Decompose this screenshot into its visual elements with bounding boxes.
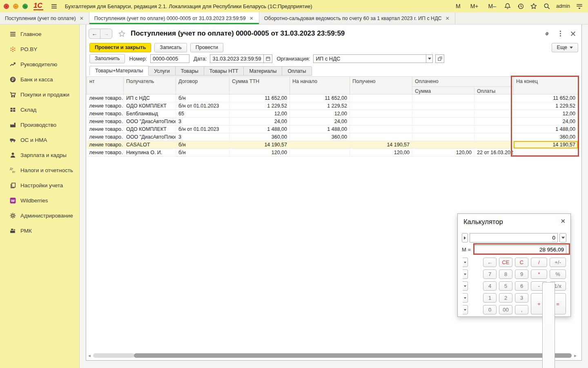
table-cell[interactable]: 14 190,57	[350, 141, 412, 149]
table-row[interactable]: ление товаро…ОДО КОМПЛЕКТб/н от 01.01.20…	[87, 102, 578, 110]
table-cell[interactable]: 360,00	[514, 133, 578, 141]
get-link-icon[interactable]	[543, 30, 550, 37]
table-cell[interactable]: б/н от 01.01.2023	[176, 102, 229, 110]
table-cell[interactable]: 1 229,52	[290, 102, 350, 110]
table-cell[interactable]: 1 488,00	[514, 126, 578, 133]
table-cell[interactable]: 3	[176, 118, 229, 126]
main-menu-icon[interactable]	[51, 3, 58, 10]
calc-key-CE[interactable]: CE	[499, 258, 512, 267]
memory-m-button[interactable]: M	[454, 3, 463, 9]
window-close-icon[interactable]: ×	[4, 4, 9, 9]
table-cell[interactable]: ление товаро…	[87, 133, 124, 141]
table-cell[interactable]: 22 от 16.03.2023;	[474, 149, 514, 157]
doc-tab-4[interactable]: Материалы	[244, 66, 282, 76]
column-header-start[interactable]: На начало	[290, 77, 350, 94]
column-header-end[interactable]: На конец	[514, 77, 578, 94]
tab-close-icon[interactable]: ✕	[445, 16, 450, 21]
table-cell[interactable]	[474, 94, 514, 102]
calc-key-4[interactable]: 4	[483, 281, 497, 291]
number-field[interactable]	[150, 54, 189, 63]
back-button[interactable]: ←	[89, 29, 100, 38]
table-cell[interactable]: ление товаро…	[87, 110, 124, 118]
scrollbar-thumb[interactable]	[134, 353, 572, 358]
calculator-menu-icon[interactable]	[462, 233, 468, 242]
calc-key-dropdown-icon[interactable]	[463, 281, 468, 291]
table-cell[interactable]: 1 488,00	[229, 126, 290, 133]
sidebar-item-рмк[interactable]: РМК	[0, 223, 79, 238]
table-cell[interactable]: ОДО КОМПЛЕКТ	[124, 126, 176, 133]
table-row[interactable]: ление товаро…Никулина О. И.б/н120,00120,…	[87, 149, 578, 157]
date-field[interactable]	[210, 54, 263, 63]
service-menu-icon[interactable]	[576, 2, 583, 10]
calculator-history-dropdown-icon[interactable]	[559, 233, 566, 242]
calc-key-6[interactable]: 6	[515, 281, 528, 291]
table-cell[interactable]: 12,00	[514, 110, 578, 118]
sidebar-item-ос-и-нма[interactable]: ОС и НМА	[0, 132, 79, 148]
column-header-paid-docs[interactable]: Оплаты	[474, 87, 514, 94]
memory-m-minus-button[interactable]: M–	[486, 3, 498, 9]
horizontal-scrollbar[interactable]: ◄ ►	[87, 353, 577, 358]
window-tab-1[interactable]: Поступления (учет по оплате) 0000-0005 о…	[89, 12, 259, 24]
table-cell[interactable]	[474, 110, 514, 118]
doc-tab-5[interactable]: Оплаты	[282, 66, 312, 76]
tab-close-icon[interactable]: ✕	[80, 16, 84, 21]
add-to-favorites-star-icon[interactable]	[118, 30, 126, 38]
table-cell[interactable]: 3	[176, 133, 229, 141]
window-tab-2[interactable]: Оборотно-сальдовая ведомость по счету 60…	[259, 12, 455, 24]
more-actions-dots-icon[interactable]	[559, 30, 561, 37]
column-header-received[interactable]: Получено	[350, 77, 412, 94]
table-cell[interactable]: Никулина О. И.	[124, 149, 176, 157]
table-cell[interactable]: Белбланквыд	[124, 110, 176, 118]
sidebar-item-покупки-и-продажи[interactable]: Покупки и продажи	[0, 87, 79, 102]
table-cell[interactable]: 11 652,00	[229, 94, 290, 102]
doc-tab-2[interactable]: Товары	[176, 66, 204, 76]
calculator-display[interactable]	[470, 233, 558, 242]
notifications-bell-icon[interactable]	[504, 2, 511, 10]
table-cell[interactable]	[290, 149, 350, 157]
table-cell[interactable]: 24,00	[290, 118, 350, 126]
table-cell[interactable]	[290, 141, 350, 149]
table-cell[interactable]	[350, 102, 412, 110]
table-cell[interactable]	[350, 118, 412, 126]
table-cell[interactable]: ООО "ДиасАвтоПлюс"	[124, 133, 176, 141]
sidebar-item-wildberries[interactable]: WWildberries	[0, 193, 79, 208]
calc-key-9[interactable]: 9	[515, 269, 528, 279]
table-cell[interactable]: 65	[176, 110, 229, 118]
calc-key-8[interactable]: 8	[499, 269, 512, 279]
table-cell[interactable]	[412, 110, 474, 118]
table-cell[interactable]: 1 229,52	[229, 102, 290, 110]
calc-key-%[interactable]: %	[550, 269, 566, 279]
calc-key-0[interactable]: 0	[483, 305, 497, 314]
calc-key-dropdown-icon[interactable]	[463, 293, 468, 303]
more-button[interactable]: Еще	[552, 43, 578, 52]
table-row[interactable]: ление товаро…ОДО КОМПЛЕКТб/н от 01.01.20…	[87, 126, 578, 133]
organization-dropdown-icon[interactable]	[426, 54, 433, 63]
table-cell[interactable]	[412, 141, 474, 149]
table-row[interactable]: ление товаро…ИП с НДСб/н11 652,0011 652,…	[87, 94, 578, 102]
calc-key-5[interactable]: 5	[499, 281, 512, 291]
table-cell[interactable]: 1 488,00	[290, 126, 350, 133]
table-cell[interactable]: 360,00	[290, 133, 350, 141]
calc-key-3[interactable]: 3	[515, 293, 528, 303]
memory-m-plus-button[interactable]: M+	[468, 3, 481, 9]
save-button[interactable]: Записать	[154, 43, 187, 52]
table-cell[interactable]	[474, 141, 514, 149]
sidebar-item-главное[interactable]: Главное	[0, 27, 79, 42]
column-header-paid-sum[interactable]: Сумма	[412, 87, 474, 94]
sidebar-item-склад[interactable]: Склад	[0, 102, 79, 117]
sidebar-item-руководителю[interactable]: Руководителю	[0, 57, 79, 72]
user-name[interactable]: admin	[556, 3, 570, 9]
calc-key-00[interactable]: 00	[499, 305, 512, 314]
post-and-close-button[interactable]: Провести и закрыть	[89, 43, 151, 52]
table-cell[interactable]: ИП с НДС	[124, 94, 176, 102]
fill-button[interactable]: Заполнить	[89, 54, 125, 63]
table-cell[interactable]	[350, 94, 412, 102]
table-cell[interactable]: ление товаро…	[87, 149, 124, 157]
calc-key-*[interactable]: *	[531, 269, 547, 279]
table-cell[interactable]: 14 190,57	[229, 141, 290, 149]
table-cell[interactable]: 11 652,00	[514, 94, 578, 102]
column-header-paid[interactable]: Оплачено	[412, 77, 514, 87]
doc-tab-3[interactable]: Товары НТТ	[204, 66, 244, 76]
scroll-right-icon[interactable]: ►	[573, 354, 577, 358]
calendar-icon[interactable]	[263, 54, 272, 63]
